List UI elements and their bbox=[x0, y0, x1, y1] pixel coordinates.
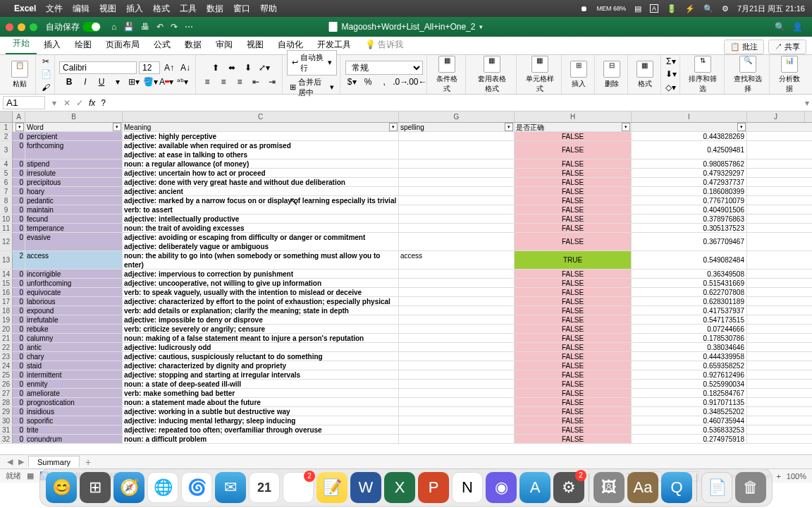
cell-spelling[interactable] bbox=[399, 132, 515, 140]
cell-meaning[interactable]: noun: a difficult problem bbox=[123, 435, 399, 443]
cell-word[interactable]: forthcoming bbox=[25, 141, 123, 159]
clear-icon[interactable]: ◇▾ bbox=[664, 81, 678, 94]
cell-meaning[interactable]: adjective: repeated too often; overfamil… bbox=[123, 425, 399, 434]
cell-value[interactable]: 0.460735944 bbox=[632, 416, 747, 425]
increase-decimal-icon[interactable]: .0→ bbox=[393, 75, 407, 89]
cell-meaning[interactable]: adjective: intellectually productive bbox=[123, 214, 399, 223]
cell-meaning[interactable]: adjective: marked by a narrow focus on o… bbox=[123, 196, 399, 205]
cell-meaning[interactable]: adjective: characterized by dignity and … bbox=[123, 361, 399, 370]
dock-quicktime[interactable]: Q bbox=[661, 472, 692, 503]
cell-correct[interactable]: FALSE bbox=[515, 361, 632, 370]
cell-correct[interactable]: FALSE bbox=[515, 380, 632, 388]
cell-meaning[interactable]: adjective: working in a subtle but destr… bbox=[123, 407, 399, 416]
more-icon[interactable]: ⋯ bbox=[185, 22, 193, 32]
cell-correct[interactable]: FALSE bbox=[515, 334, 632, 342]
cell-meaning[interactable]: adjective: uncertain how to act or proce… bbox=[123, 169, 399, 177]
row-header[interactable]: 28 bbox=[0, 398, 13, 406]
cell-spelling[interactable] bbox=[399, 233, 515, 250]
cell-value[interactable]: 0.378976863 bbox=[632, 214, 747, 223]
cell-word[interactable]: equivocate bbox=[25, 288, 123, 296]
cell-value[interactable]: 0.186080399 bbox=[632, 187, 747, 195]
cell-spelling[interactable] bbox=[399, 288, 515, 296]
currency-icon[interactable]: $▾ bbox=[345, 75, 359, 89]
dock-downloads[interactable]: 📄 bbox=[701, 472, 732, 503]
cell-value[interactable]: 0.659358252 bbox=[632, 361, 747, 370]
sheet-nav-next[interactable]: ▶ bbox=[16, 457, 27, 466]
cell-meaning[interactable]: adjective: available when required or as… bbox=[123, 141, 399, 159]
menu-tools[interactable]: 工具 bbox=[180, 3, 197, 15]
cell-word[interactable]: chary bbox=[25, 352, 123, 361]
row-header[interactable]: 12 bbox=[0, 233, 13, 250]
dock-word[interactable]: W bbox=[350, 472, 381, 503]
cell-value[interactable]: 0.178530786 bbox=[632, 334, 747, 342]
cell-value[interactable]: 0.417537937 bbox=[632, 306, 747, 315]
cell[interactable]: 0 bbox=[13, 187, 25, 195]
cell-meaning[interactable]: verb: add details or explanation; clarif… bbox=[123, 306, 399, 315]
decrease-font-icon[interactable]: A↓ bbox=[178, 61, 192, 75]
cell-meaning[interactable]: adjective: ancient bbox=[123, 187, 399, 195]
cell-meaning[interactable]: adjective: avoiding or escaping from dif… bbox=[123, 233, 399, 250]
conditional-format-button[interactable]: ▦条件格式 bbox=[431, 54, 462, 95]
cell-word[interactable]: laborious bbox=[25, 297, 123, 306]
cell-value[interactable]: 0.07244666 bbox=[632, 325, 747, 333]
cell-value[interactable]: 0.515431669 bbox=[632, 279, 747, 287]
cell-meaning[interactable]: noun: the ability to go into (when someb… bbox=[123, 251, 399, 269]
filter-icon[interactable]: ▾ bbox=[737, 123, 746, 131]
cell-meaning[interactable]: adjective: cautious, suspiciously reluct… bbox=[123, 352, 399, 361]
search-doc-icon[interactable]: 🔍 bbox=[775, 22, 785, 32]
cell-value[interactable]: 0.547173515 bbox=[632, 315, 747, 324]
cell-meaning[interactable]: verb: criticize severely or angrily; cen… bbox=[123, 325, 399, 333]
account-icon[interactable]: 👤 bbox=[792, 22, 803, 32]
dock-dictionary[interactable]: Aa bbox=[627, 472, 658, 503]
add-sheet-button[interactable]: + bbox=[81, 456, 95, 468]
select-all-corner[interactable] bbox=[0, 111, 13, 122]
cell[interactable]: 0 bbox=[13, 315, 25, 324]
bold-button[interactable]: B bbox=[62, 75, 76, 89]
cell-value[interactable]: 0.404901506 bbox=[632, 205, 747, 214]
comments-button[interactable]: 📋 批注 bbox=[724, 40, 764, 54]
cell-correct[interactable]: FALSE bbox=[515, 425, 632, 434]
cell-correct[interactable]: FALSE bbox=[515, 370, 632, 379]
cell-correct[interactable]: FALSE bbox=[515, 297, 632, 306]
percent-icon[interactable]: % bbox=[361, 75, 375, 89]
cell-word[interactable]: ameliorate bbox=[25, 389, 123, 397]
cell-correct[interactable]: FALSE bbox=[515, 389, 632, 397]
fill-icon[interactable]: ⬇▾ bbox=[664, 68, 678, 80]
cell-word[interactable]: intermittent bbox=[25, 370, 123, 379]
cell-value[interactable]: 0.444339958 bbox=[632, 352, 747, 361]
cell-spelling[interactable] bbox=[399, 361, 515, 370]
sort-filter-button[interactable]: ⇅排序和筛选 bbox=[684, 54, 722, 95]
filter-icon[interactable]: ▾ bbox=[389, 123, 398, 131]
menu-insert[interactable]: 插入 bbox=[126, 3, 143, 15]
dock-appstore[interactable]: A bbox=[519, 472, 550, 503]
row-header[interactable]: 25 bbox=[0, 370, 13, 379]
wrap-text-button[interactable]: ↩ 自动换行 ▾ bbox=[287, 50, 337, 75]
cell-word[interactable]: irrefutable bbox=[25, 315, 123, 324]
cell-value[interactable]: 0.776710079 bbox=[632, 196, 747, 205]
menu-file[interactable]: 文件 bbox=[46, 3, 63, 15]
col-header-j[interactable]: J bbox=[747, 111, 805, 122]
border-button[interactable]: ⊞▾ bbox=[127, 75, 141, 89]
cell-value[interactable]: 0.182584767 bbox=[632, 389, 747, 397]
row-header[interactable]: 11 bbox=[0, 224, 13, 232]
dock-chrome[interactable]: 🌐 bbox=[147, 472, 178, 503]
cell-word[interactable]: expound bbox=[25, 306, 123, 315]
cut-icon[interactable]: ✂ bbox=[39, 55, 53, 68]
filter-icon[interactable]: ▾ bbox=[505, 123, 513, 131]
cell[interactable]: 0 bbox=[13, 325, 25, 333]
dock-safari[interactable]: 🧭 bbox=[113, 472, 144, 503]
cell-spelling[interactable] bbox=[399, 389, 515, 397]
cell-value[interactable]: 0.927612496 bbox=[632, 370, 747, 379]
fill-color-button[interactable]: 🪣▾ bbox=[143, 75, 157, 89]
input-icon[interactable]: A bbox=[650, 4, 658, 13]
row-header[interactable]: 8 bbox=[0, 196, 13, 205]
dock-preview[interactable]: 🖼 bbox=[593, 472, 625, 503]
cell-spelling[interactable] bbox=[399, 178, 515, 186]
header-i[interactable]: ▾ bbox=[632, 123, 747, 131]
cell-spelling[interactable] bbox=[399, 325, 515, 333]
cell-spelling[interactable] bbox=[399, 425, 515, 434]
cell-correct[interactable]: FALSE bbox=[515, 270, 632, 278]
indent-increase-icon[interactable]: ⇥ bbox=[265, 75, 279, 89]
cell[interactable]: 0 bbox=[13, 224, 25, 232]
cell-spelling[interactable] bbox=[399, 407, 515, 416]
